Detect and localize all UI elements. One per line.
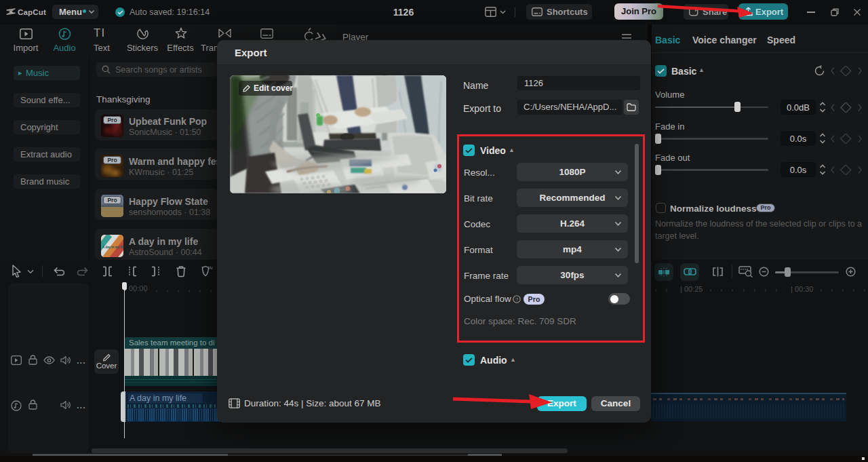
svg-text:AI: AI <box>209 266 213 270</box>
